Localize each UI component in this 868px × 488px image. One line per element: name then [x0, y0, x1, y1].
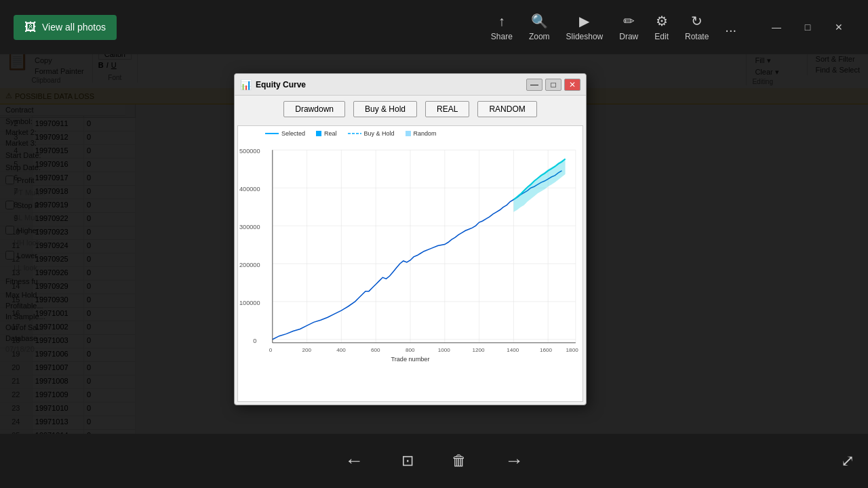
zoom-icon: 🔍 — [531, 13, 548, 29]
photos-window-controls: — □ ✕ — [761, 16, 854, 38]
photos-topbar: 🖼 View all photos ↑ Share 🔍 Zoom ▶ Slide… — [0, 0, 868, 54]
photos-actions: ↑ Share 🔍 Zoom ▶ Slideshow ✏ Draw ⚙ Edit… — [491, 13, 736, 41]
drawdown-btn[interactable]: Drawdown — [283, 101, 345, 117]
slideshow-icon: ▶ — [579, 13, 589, 29]
zoom-btn[interactable]: 🔍 Zoom — [529, 13, 550, 41]
expand-btn[interactable]: ⤢ — [841, 451, 854, 470]
svg-text:0: 0 — [269, 347, 273, 353]
svg-rect-3 — [406, 131, 411, 136]
real-btn[interactable]: REAL — [425, 101, 469, 117]
caption-btn[interactable]: ⊡ — [396, 447, 419, 475]
rotate-btn[interactable]: ↻ Rotate — [685, 13, 709, 41]
rotate-icon: ↻ — [691, 13, 703, 29]
svg-text:300000: 300000 — [239, 224, 260, 230]
slideshow-btn[interactable]: ▶ Slideshow — [566, 13, 604, 41]
svg-text:1600: 1600 — [540, 347, 553, 353]
dialog-buttons-row: Drawdown Buy & Hold REAL RANDOM — [235, 96, 586, 123]
draw-btn[interactable]: ✏ Draw — [619, 13, 638, 41]
svg-rect-1 — [316, 131, 321, 136]
equity-curve-dialog: 📊 Equity Curve — □ ✕ Drawdown Buy & Hold… — [234, 73, 587, 405]
legend-real: Real — [316, 130, 337, 137]
photos-maximize-btn[interactable]: □ — [792, 16, 823, 38]
legend-random: Random — [406, 130, 437, 137]
x-axis-label: Trade number — [391, 356, 430, 363]
dialog-window-controls: — □ ✕ — [526, 79, 580, 91]
svg-text:200: 200 — [302, 347, 311, 353]
equity-chart-area: Selected Real Buy & Hold Random 500000 4… — [237, 125, 583, 402]
svg-text:600: 600 — [371, 347, 380, 353]
more-options-btn[interactable]: ... — [725, 20, 736, 35]
svg-text:400000: 400000 — [239, 186, 260, 192]
svg-text:0: 0 — [253, 338, 256, 344]
view-all-label: View all photos — [42, 22, 106, 33]
dialog-close-btn[interactable]: ✕ — [564, 79, 580, 91]
photos-bottombar: ← ⊡ 🗑 → ⤢ — [0, 434, 868, 488]
svg-marker-26 — [513, 159, 565, 212]
view-all-photos-btn[interactable]: 🖼 View all photos — [14, 15, 117, 40]
svg-text:500000: 500000 — [239, 148, 260, 155]
share-btn[interactable]: ↑ Share — [491, 14, 513, 41]
photos-minimize-btn[interactable]: — — [761, 16, 792, 38]
svg-text:1000: 1000 — [438, 347, 451, 353]
equity-chart-svg: 500000 400000 300000 200000 100000 0 — [238, 126, 583, 401]
edit-btn[interactable]: ⚙ Edit — [654, 13, 669, 41]
dialog-titlebar: 📊 Equity Curve — □ ✕ — [235, 74, 586, 96]
svg-text:200000: 200000 — [239, 262, 260, 268]
legend-buy-hold: Buy & Hold — [348, 130, 395, 137]
prev-photo-btn[interactable]: ← — [339, 445, 369, 477]
photos-close-btn[interactable]: ✕ — [823, 16, 854, 38]
svg-text:400: 400 — [336, 347, 346, 353]
edit-icon: ⚙ — [656, 13, 668, 29]
delete-btn[interactable]: 🗑 — [446, 447, 472, 475]
next-photo-btn[interactable]: → — [499, 445, 529, 477]
svg-text:1200: 1200 — [472, 347, 485, 353]
dialog-minimize-btn[interactable]: — — [526, 79, 542, 91]
photos-icon: 🖼 — [24, 20, 37, 35]
chart-legend: Selected Real Buy & Hold Random — [265, 130, 437, 137]
dialog-app-icon: 📊 — [240, 79, 252, 90]
svg-text:1400: 1400 — [507, 347, 519, 353]
share-icon: ↑ — [498, 14, 505, 29]
dialog-maximize-btn[interactable]: □ — [545, 79, 561, 91]
svg-text:1800: 1800 — [566, 347, 579, 353]
random-btn[interactable]: RANDOM — [477, 101, 536, 117]
draw-icon: ✏ — [623, 13, 635, 29]
legend-selected: Selected — [265, 130, 305, 137]
dialog-title: Equity Curve — [256, 80, 526, 89]
svg-text:800: 800 — [406, 347, 415, 353]
svg-text:100000: 100000 — [239, 300, 260, 306]
buy-hold-btn[interactable]: Buy & Hold — [353, 101, 417, 117]
